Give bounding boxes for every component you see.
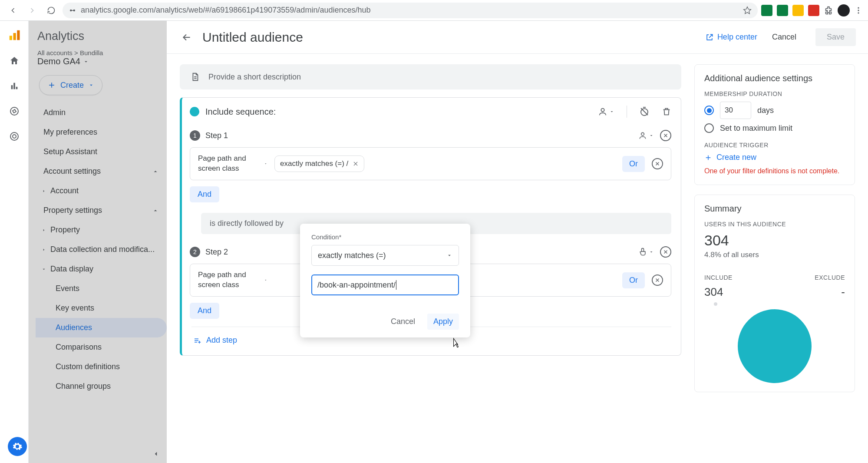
extension-2[interactable] bbox=[777, 5, 788, 16]
nav-events[interactable]: Events bbox=[36, 279, 167, 298]
trash-icon bbox=[662, 107, 671, 116]
include-value: 304 bbox=[704, 285, 733, 299]
create-button[interactable]: Create bbox=[39, 75, 102, 95]
admin-gear-fab[interactable] bbox=[8, 437, 27, 456]
nav-property[interactable]: Property bbox=[36, 220, 167, 240]
extensions-icon[interactable] bbox=[824, 6, 833, 15]
advertising-icon[interactable] bbox=[8, 130, 20, 142]
svg-point-5 bbox=[858, 12, 859, 13]
step-1-label: Step 1 bbox=[205, 131, 633, 140]
include-indicator bbox=[190, 107, 199, 116]
delete-sequence-button[interactable] bbox=[662, 107, 671, 116]
remove-step1-button[interactable] bbox=[660, 130, 671, 141]
reports-icon[interactable] bbox=[8, 80, 20, 92]
remove-step2-button[interactable] bbox=[660, 246, 671, 258]
condition-operator-select[interactable]: exactly matches (=) bbox=[311, 245, 459, 266]
nav-channel-groups[interactable]: Channel groups bbox=[36, 377, 167, 396]
audience-title[interactable]: Untitled audience bbox=[202, 30, 303, 45]
or-button-step1[interactable]: Or bbox=[622, 156, 645, 172]
exclude-label: EXCLUDE bbox=[815, 274, 845, 281]
svg-rect-7 bbox=[13, 33, 16, 40]
collapse-icon[interactable] bbox=[152, 450, 160, 458]
svg-rect-8 bbox=[17, 30, 20, 40]
or-button-step2[interactable]: Or bbox=[622, 272, 645, 288]
person-icon bbox=[598, 107, 607, 116]
step2-scope-picker[interactable] bbox=[638, 248, 654, 256]
nav-data-collection[interactable]: Data collection and modifica... bbox=[36, 240, 167, 259]
brand-name: Analytics bbox=[37, 30, 84, 43]
timer-off-icon[interactable] bbox=[639, 106, 650, 117]
back-button[interactable] bbox=[5, 3, 21, 18]
svg-rect-2 bbox=[72, 10, 74, 11]
duration-days-radio[interactable] bbox=[704, 106, 714, 115]
description-input[interactable]: Provide a short description bbox=[180, 64, 681, 89]
remove-chip-icon[interactable] bbox=[353, 161, 359, 167]
svg-point-17 bbox=[641, 132, 644, 136]
max-limit-radio[interactable] bbox=[704, 123, 714, 133]
admin-sidebar: Analytics All accounts > Bundilla Demo G… bbox=[29, 21, 167, 463]
popover-apply-button[interactable]: Apply bbox=[427, 314, 459, 330]
nav-setup-assistant[interactable]: Setup Assistant bbox=[36, 142, 167, 162]
nav-property-settings[interactable]: Property settings bbox=[36, 201, 167, 220]
step1-scope-picker[interactable] bbox=[638, 131, 654, 140]
chevron-right-icon bbox=[42, 248, 46, 252]
step-1: 1 Step 1 bbox=[182, 122, 681, 208]
nav-comparisons[interactable]: Comparisons bbox=[36, 337, 167, 357]
include-label: INCLUDE bbox=[704, 274, 733, 281]
dimension-select-step1[interactable]: Page path and screen class bbox=[198, 154, 267, 174]
remove-condition-step2[interactable] bbox=[652, 274, 663, 286]
svg-point-13 bbox=[13, 135, 16, 138]
popover-cancel-button[interactable]: Cancel bbox=[388, 314, 418, 330]
max-limit-label: Set to maximum limit bbox=[720, 124, 792, 133]
help-center-link[interactable]: Help center bbox=[705, 33, 757, 42]
reload-button[interactable] bbox=[43, 3, 59, 18]
create-trigger-button[interactable]: Create new bbox=[704, 153, 845, 162]
and-button-step1[interactable]: And bbox=[190, 186, 219, 202]
star-icon[interactable] bbox=[743, 6, 752, 15]
duration-days-input[interactable]: 30 bbox=[720, 102, 751, 119]
url-bar[interactable]: analytics.google.com/analytics/web/#/a69… bbox=[63, 3, 758, 18]
extension-1[interactable] bbox=[761, 5, 772, 16]
nav-custom-definitions[interactable]: Custom definitions bbox=[36, 357, 167, 377]
mouse-cursor-icon bbox=[450, 337, 462, 350]
nav-account-settings[interactable]: Account settings bbox=[36, 162, 167, 181]
nav-key-events[interactable]: Key events bbox=[36, 298, 167, 318]
svg-rect-11 bbox=[16, 87, 17, 89]
svg-point-4 bbox=[858, 10, 859, 11]
chevron-down-icon bbox=[88, 82, 94, 88]
forward-button[interactable] bbox=[24, 3, 40, 18]
condition-label: Condition* bbox=[311, 233, 459, 241]
chevron-down-icon bbox=[83, 59, 89, 65]
dimension-select-step2[interactable]: Page path and screen class bbox=[198, 270, 267, 290]
open-external-icon bbox=[705, 33, 714, 42]
nav-admin[interactable]: Admin bbox=[36, 103, 167, 122]
property-picker[interactable]: Demo GA4 bbox=[37, 56, 163, 66]
audience-editor: Untitled audience Help center Cancel Sav… bbox=[167, 21, 868, 463]
browser-toolbar: analytics.google.com/analytics/web/#/a69… bbox=[0, 0, 868, 21]
condition-popover: Condition* exactly matches (=) /book-an-… bbox=[300, 224, 470, 337]
menu-dots-icon[interactable] bbox=[854, 6, 863, 15]
chevron-right-icon bbox=[42, 189, 46, 193]
explore-icon[interactable] bbox=[8, 105, 20, 117]
summary-panel: Summary USERS IN THIS AUDIENCE 304 4.8% … bbox=[694, 195, 855, 392]
condition-value-input[interactable]: /book-an-appointment/ bbox=[311, 274, 459, 295]
cancel-button[interactable]: Cancel bbox=[765, 29, 803, 45]
and-button-step2[interactable]: And bbox=[190, 303, 219, 319]
scope-picker[interactable] bbox=[598, 107, 614, 116]
profile-avatar[interactable] bbox=[838, 4, 850, 17]
remove-condition-step1[interactable] bbox=[652, 158, 663, 169]
extension-3[interactable] bbox=[792, 5, 804, 16]
chevron-up-icon bbox=[152, 168, 159, 175]
svg-point-3 bbox=[858, 7, 859, 8]
nav-data-display[interactable]: Data display bbox=[36, 259, 167, 279]
breadcrumb[interactable]: All accounts > Bundilla bbox=[37, 49, 163, 56]
nav-account[interactable]: Account bbox=[36, 181, 167, 201]
nav-audiences[interactable]: Audiences bbox=[36, 318, 167, 337]
extension-4[interactable] bbox=[808, 5, 819, 16]
step-number-2: 2 bbox=[190, 247, 200, 257]
nav-preferences[interactable]: My preferences bbox=[36, 122, 167, 142]
back-arrow-button[interactable] bbox=[179, 30, 195, 45]
home-icon[interactable] bbox=[8, 55, 20, 67]
condition-chip-step1[interactable]: exactly matches (=) / bbox=[274, 155, 364, 172]
extension-icons bbox=[761, 4, 863, 17]
